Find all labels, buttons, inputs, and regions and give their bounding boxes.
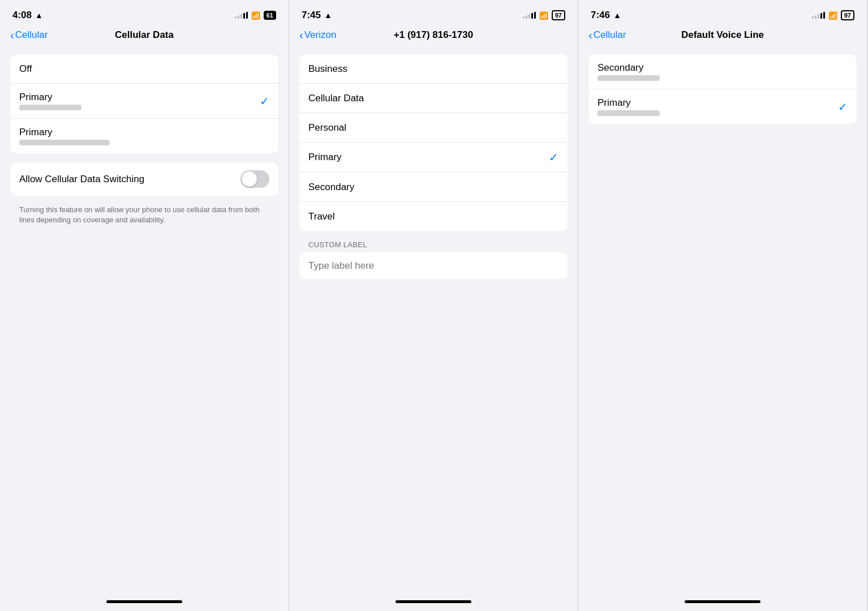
primary-checked-label: Primary <box>308 152 342 163</box>
home-bar-1 <box>106 600 182 603</box>
signal-bar-24 <box>531 13 533 19</box>
home-bar-3 <box>685 600 760 603</box>
back-label-1: Cellular <box>15 29 48 41</box>
toggle-label: Allow Cellular Data Switching <box>19 174 144 185</box>
primary-1-label: Primary <box>19 92 81 103</box>
list-item-cellular-data[interactable]: Cellular Data <box>299 84 568 113</box>
home-indicator-1 <box>0 596 289 611</box>
time-label-3: 7:46 <box>591 10 610 21</box>
list-item-travel[interactable]: Travel <box>299 202 568 231</box>
business-label: Business <box>308 63 347 75</box>
person-icon-1: ▲ <box>35 11 43 20</box>
back-label-2: Verizon <box>304 29 337 41</box>
person-icon-3: ▲ <box>613 11 621 20</box>
list-item-business[interactable]: Business <box>299 54 568 84</box>
status-bar-2: 7:45 ▲ 📶 97 <box>289 0 578 27</box>
primary-voice-sublabel <box>598 110 660 116</box>
toggle-knob <box>242 171 257 187</box>
signal-bar-35 <box>823 12 825 19</box>
nav-title-2: +1 (917) 816-1730 <box>394 29 473 41</box>
toggle-card: Allow Cellular Data Switching <box>10 162 278 196</box>
checkmark-primary-voice: ✓ <box>838 100 848 114</box>
toggle-switch[interactable] <box>240 170 269 188</box>
secondary-sublabel <box>598 75 660 81</box>
signal-bar-31 <box>812 16 814 19</box>
battery-label-1: 61 <box>264 11 276 20</box>
signal-bar-22 <box>526 15 527 19</box>
signal-bar-5 <box>246 12 248 19</box>
signal-bars-1 <box>235 12 248 19</box>
status-bar-3: 7:46 ▲ 📶 97 <box>578 0 867 27</box>
signal-bar-4 <box>243 13 245 19</box>
travel-label: Travel <box>308 211 335 222</box>
default-voice-list: Secondary Primary ✓ <box>588 54 857 124</box>
back-chevron-2: ‹ <box>299 29 303 41</box>
battery-label-3: 97 <box>841 10 854 20</box>
signal-bars-3 <box>812 12 825 19</box>
list-item-primary-voice-content: Primary <box>598 97 660 116</box>
list-item-primary-voice[interactable]: Primary ✓ <box>588 89 857 124</box>
signal-bar-32 <box>815 15 817 19</box>
secondary-label: Secondary <box>308 182 354 193</box>
back-button-3[interactable]: ‹ Cellular <box>588 29 626 41</box>
primary-voice-label: Primary <box>598 97 660 109</box>
secondary-voice-label: Secondary <box>598 62 660 74</box>
back-chevron-3: ‹ <box>588 29 592 41</box>
list-item-primary-1[interactable]: Primary ✓ <box>10 84 278 119</box>
custom-label-input[interactable] <box>299 252 568 279</box>
list-item-secondary[interactable]: Secondary <box>299 173 568 202</box>
status-time-1: 4:08 ▲ <box>12 10 43 21</box>
content-3: Secondary Primary ✓ <box>578 48 867 596</box>
nav-bar-2: ‹ Verizon +1 (917) 816-1730 <box>289 27 578 48</box>
list-item-primary-2-content: Primary <box>19 127 110 145</box>
list-item-personal[interactable]: Personal <box>299 113 568 143</box>
primary-2-label: Primary <box>19 127 110 138</box>
status-right-2: 📶 97 <box>523 10 565 20</box>
cellular-data-list: Off Primary ✓ Primary <box>10 54 278 153</box>
cellular-data-label: Cellular Data <box>308 93 364 104</box>
time-label-1: 4:08 <box>12 10 32 21</box>
signal-bar-3 <box>240 14 242 19</box>
signal-bar-33 <box>818 14 819 19</box>
signal-bar-21 <box>523 16 525 19</box>
toggle-row: Allow Cellular Data Switching <box>10 162 278 196</box>
list-item-off-content: Off <box>19 63 32 75</box>
nav-bar-3: ‹ Cellular Default Voice Line <box>578 27 867 48</box>
signal-bar-1 <box>235 16 237 19</box>
list-item-secondary-voice[interactable]: Secondary <box>588 54 857 89</box>
signal-bars-2 <box>523 12 536 19</box>
back-button-1[interactable]: ‹ Cellular <box>10 29 48 41</box>
toggle-hint: Turning this feature on will allow your … <box>10 203 278 233</box>
nav-title-3: Default Voice Line <box>681 29 764 41</box>
list-item-primary-checked[interactable]: Primary ✓ <box>299 143 568 173</box>
personal-label: Personal <box>308 122 346 134</box>
signal-bar-34 <box>820 13 822 19</box>
back-label-3: Cellular <box>594 29 626 41</box>
list-item-primary-2[interactable]: Primary <box>10 119 278 153</box>
signal-bar-23 <box>528 14 530 19</box>
status-time-2: 7:45 ▲ <box>302 10 332 21</box>
status-right-3: 📶 97 <box>812 10 854 20</box>
off-label: Off <box>19 63 32 75</box>
nav-bar-1: ‹ Cellular Cellular Data <box>0 27 289 48</box>
nav-title-1: Cellular Data <box>115 29 174 41</box>
back-chevron-1: ‹ <box>10 29 14 41</box>
battery-label-2: 97 <box>552 10 565 20</box>
panel-phone-number: 7:45 ▲ 📶 97 ‹ Verizon +1 (917) 816-1730 … <box>289 0 578 611</box>
primary-1-sublabel <box>19 105 81 110</box>
wifi-icon-1: 📶 <box>251 11 260 20</box>
time-label-2: 7:45 <box>302 10 321 21</box>
list-item-primary-1-content: Primary <box>19 92 81 110</box>
back-button-2[interactable]: ‹ Verizon <box>299 29 336 41</box>
person-icon-2: ▲ <box>324 11 332 20</box>
wifi-icon-3: 📶 <box>828 11 837 20</box>
panel-default-voice: 7:46 ▲ 📶 97 ‹ Cellular Default Voice Lin… <box>578 0 867 611</box>
list-item-off[interactable]: Off <box>10 54 278 84</box>
custom-label-input-card <box>299 252 568 279</box>
panel-cellular-data: 4:08 ▲ 📶 61 ‹ Cellular Cellular Data <box>0 0 289 611</box>
home-bar-2 <box>396 600 471 603</box>
content-1: Off Primary ✓ Primary All <box>0 48 289 596</box>
content-2: Business Cellular Data Personal Primary … <box>289 48 578 596</box>
checkmark-primary: ✓ <box>549 150 558 164</box>
wifi-icon-2: 📶 <box>539 11 548 20</box>
